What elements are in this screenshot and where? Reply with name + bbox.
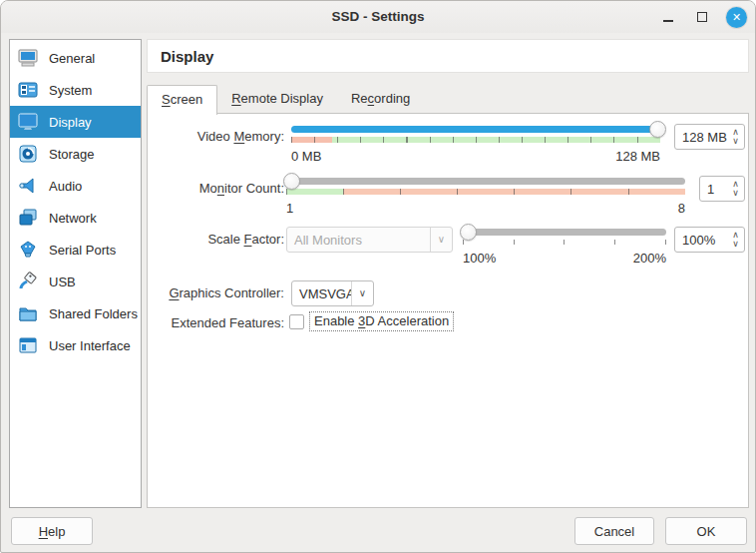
spin-down-icon: ∨ xyxy=(732,240,739,249)
sidebar-item-shared-folders[interactable]: Shared Folders xyxy=(10,297,141,329)
monitor-count-slider[interactable]: 1 8 xyxy=(286,178,685,216)
sidebar-item-system[interactable]: System xyxy=(10,74,141,106)
sidebar-item-label: USB xyxy=(49,275,76,289)
enable-3d-acceleration-checkbox[interactable] xyxy=(289,314,304,329)
video-memory-spinbox[interactable]: 128 MB ∧∨ xyxy=(674,124,745,150)
audio-icon xyxy=(16,174,40,198)
video-memory-value[interactable]: 128 MB xyxy=(675,130,727,145)
enable-3d-acceleration-checkbox-label[interactable]: Enable 3D Acceleration xyxy=(309,311,454,331)
video-memory-track[interactable] xyxy=(291,126,660,133)
network-icon xyxy=(16,206,40,230)
monitor-count-min-label: 1 xyxy=(286,201,293,216)
sidebar-item-label: General xyxy=(49,51,95,66)
video-memory-max-label: 128 MB xyxy=(615,149,660,164)
sidebar-item-display[interactable]: Display xyxy=(10,106,141,138)
monitor-count-spin-buttons[interactable]: ∧∨ xyxy=(727,180,744,198)
chevron-down-icon: ∨ xyxy=(430,228,452,252)
video-memory-slider-handle[interactable] xyxy=(649,121,666,138)
help-button[interactable]: Help xyxy=(11,517,93,545)
scale-factor-monitor-combo: All Monitors ∨ xyxy=(286,227,453,253)
sidebar-item-label: Storage xyxy=(49,147,95,162)
display-icon xyxy=(16,110,40,134)
extended-features-label: Extended Features: xyxy=(148,315,284,330)
sidebar-item-general[interactable]: General xyxy=(10,42,141,74)
sidebar-item-label: Serial Ports xyxy=(49,243,116,258)
titlebar[interactable]: SSD - Settings ✕ xyxy=(1,1,755,33)
ok-button[interactable]: OK xyxy=(665,517,747,545)
maximize-button[interactable] xyxy=(692,7,712,27)
settings-window: SSD - Settings ✕ General System Display xyxy=(0,0,756,553)
tabbar: Screen Remote Display Recording xyxy=(147,85,424,114)
video-memory-spin-buttons[interactable]: ∧∨ xyxy=(727,128,744,146)
scale-factor-label: Scale Factor: xyxy=(148,232,284,247)
window-controls: ✕ xyxy=(658,1,747,33)
sidebar-item-network[interactable]: Network xyxy=(10,202,141,234)
serial-ports-icon xyxy=(16,238,40,262)
sidebar-item-label: User Interface xyxy=(49,338,131,353)
monitor-count-track[interactable] xyxy=(286,178,685,185)
tab-remote-display[interactable]: Remote Display xyxy=(217,85,337,114)
monitor-count-max-label: 8 xyxy=(678,201,685,216)
sidebar-item-label: Network xyxy=(49,211,97,226)
sidebar-item-audio[interactable]: Audio xyxy=(10,170,141,202)
scale-factor-max-label: 200% xyxy=(633,251,666,266)
sidebar-item-label: Shared Folders xyxy=(49,306,138,321)
user-interface-icon xyxy=(16,333,40,357)
sidebar-item-label: System xyxy=(49,83,92,98)
spin-down-icon: ∨ xyxy=(732,137,739,146)
scale-factor-monitor-value: All Monitors xyxy=(287,233,430,248)
scale-factor-spinbox[interactable]: 100% ∧∨ xyxy=(674,227,745,253)
close-button[interactable]: ✕ xyxy=(726,7,747,28)
tab-screen[interactable]: Screen xyxy=(147,85,217,115)
monitor-count-value[interactable]: 1 xyxy=(700,182,727,197)
sidebar-item-label: Audio xyxy=(49,179,82,194)
video-memory-slider[interactable]: 0 MB 128 MB xyxy=(291,126,660,164)
system-icon xyxy=(16,78,40,102)
sidebar-item-serial-ports[interactable]: Serial Ports xyxy=(10,234,141,266)
sidebar-item-user-interface[interactable]: User Interface xyxy=(10,329,141,361)
shared-folders-icon xyxy=(16,301,40,325)
monitor-count-spinbox[interactable]: 1 ∧∨ xyxy=(699,176,745,202)
video-memory-ticks xyxy=(291,137,660,143)
page-header: Display xyxy=(147,39,749,73)
chevron-down-icon: ∨ xyxy=(351,281,373,305)
tab-recording[interactable]: Recording xyxy=(337,85,424,114)
monitor-count-ticks xyxy=(286,189,685,195)
sidebar: General System Display Storage Audio xyxy=(9,39,142,508)
minimize-button[interactable] xyxy=(658,7,678,27)
scale-factor-min-label: 100% xyxy=(463,251,496,266)
monitor-count-label: Monitor Count: xyxy=(148,181,284,196)
storage-icon xyxy=(16,142,40,166)
usb-icon xyxy=(16,270,40,293)
cancel-button[interactable]: Cancel xyxy=(574,517,654,545)
scale-factor-ticks xyxy=(463,240,666,245)
graphics-controller-value: VMSVGA xyxy=(292,286,351,301)
video-memory-min-label: 0 MB xyxy=(291,149,321,164)
scale-factor-slider[interactable]: 100% 200% xyxy=(463,229,666,266)
graphics-controller-combo[interactable]: VMSVGA ∨ xyxy=(291,280,374,306)
window-title: SSD - Settings xyxy=(1,1,755,33)
sidebar-item-usb[interactable]: USB xyxy=(10,266,141,297)
graphics-controller-label: Graphics Controller: xyxy=(148,285,284,300)
general-icon xyxy=(16,46,40,70)
screen-tab-panel: Video Memory: 0 MB 128 MB 128 MB ∧∨ Moni… xyxy=(147,113,749,508)
scale-factor-spin-buttons[interactable]: ∧∨ xyxy=(727,231,744,249)
sidebar-item-label: Display xyxy=(49,115,92,130)
page-title: Display xyxy=(161,48,213,65)
scale-factor-slider-handle[interactable] xyxy=(460,224,477,241)
monitor-count-slider-handle[interactable] xyxy=(283,173,300,190)
scale-factor-track[interactable] xyxy=(463,229,666,236)
video-memory-label: Video Memory: xyxy=(148,129,284,144)
scale-factor-value[interactable]: 100% xyxy=(675,233,727,248)
sidebar-item-storage[interactable]: Storage xyxy=(10,138,141,170)
spin-down-icon: ∨ xyxy=(732,189,739,198)
